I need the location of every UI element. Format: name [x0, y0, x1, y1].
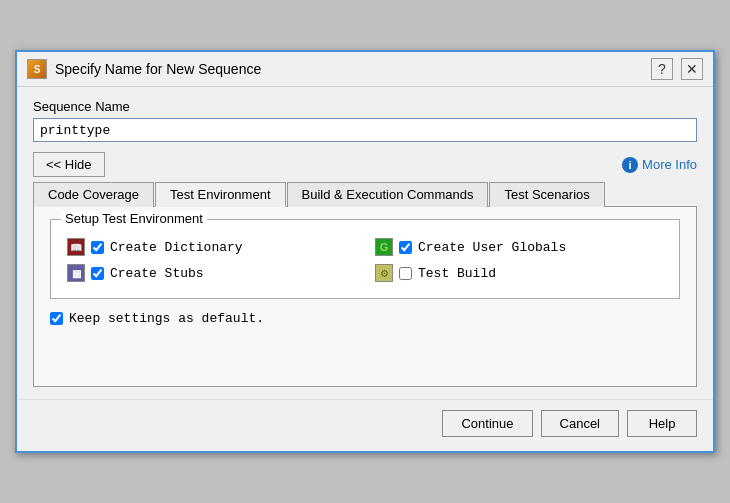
checkbox-keep-default[interactable] [50, 312, 63, 325]
build-icon: ⚙ [375, 264, 393, 282]
keep-settings-row: Keep settings as default. [50, 311, 680, 326]
title-bar: S Specify Name for New Sequence ? ✕ [17, 52, 713, 87]
tab-build-execution[interactable]: Build & Execution Commands [287, 182, 489, 207]
title-bar-left: S Specify Name for New Sequence [27, 59, 261, 79]
dialog-window: S Specify Name for New Sequence ? ✕ Sequ… [15, 50, 715, 453]
tab-test-environment[interactable]: Test Environment [155, 182, 285, 207]
globals-icon: G [375, 238, 393, 256]
hide-button[interactable]: << Hide [33, 152, 105, 177]
close-button[interactable]: ✕ [681, 58, 703, 80]
continue-button[interactable]: Continue [442, 410, 532, 437]
checkbox-row-stubs: ▦ Create Stubs [67, 264, 355, 282]
checkbox-create-globals[interactable] [399, 241, 412, 254]
dialog-icon: S [27, 59, 47, 79]
dialog-body: Sequence Name << Hide i More Info Code C… [17, 87, 713, 399]
sequence-name-input[interactable] [33, 118, 697, 142]
checkbox-row-globals: G Create User Globals [375, 238, 663, 256]
help-icon-btn[interactable]: ? [651, 58, 673, 80]
cancel-button[interactable]: Cancel [541, 410, 619, 437]
checkbox-row-build: ⚙ Test Build [375, 264, 663, 282]
setup-group: Setup Test Environment 📖 Create Dictiona… [50, 219, 680, 299]
tab-test-scenarios[interactable]: Test Scenarios [489, 182, 604, 207]
group-label: Setup Test Environment [61, 211, 207, 226]
dict-icon: 📖 [67, 238, 85, 256]
stubs-icon: ▦ [67, 264, 85, 282]
checkbox-test-build[interactable] [399, 267, 412, 280]
title-bar-controls: ? ✕ [651, 58, 703, 80]
dialog-footer: Continue Cancel Help [17, 399, 713, 451]
sequence-name-label: Sequence Name [33, 99, 697, 114]
more-info-label: More Info [642, 157, 697, 172]
tabs-bar: Code Coverage Test Environment Build & E… [33, 181, 697, 207]
tab-code-coverage[interactable]: Code Coverage [33, 182, 154, 207]
tab-content: Setup Test Environment 📖 Create Dictiona… [33, 207, 697, 387]
dialog-title: Specify Name for New Sequence [55, 61, 261, 77]
help-button[interactable]: Help [627, 410, 697, 437]
keep-default-label: Keep settings as default. [69, 311, 264, 326]
info-icon: i [622, 157, 638, 173]
checkbox-grid: 📖 Create Dictionary G Create User Global… [67, 238, 663, 282]
checkbox-row-dict: 📖 Create Dictionary [67, 238, 355, 256]
label-create-dict: Create Dictionary [110, 240, 243, 255]
label-test-build: Test Build [418, 266, 496, 281]
more-info-link[interactable]: i More Info [622, 157, 697, 173]
checkbox-create-dict[interactable] [91, 241, 104, 254]
checkbox-create-stubs[interactable] [91, 267, 104, 280]
toolbar-row: << Hide i More Info [33, 152, 697, 177]
label-create-stubs: Create Stubs [110, 266, 204, 281]
label-create-globals: Create User Globals [418, 240, 566, 255]
